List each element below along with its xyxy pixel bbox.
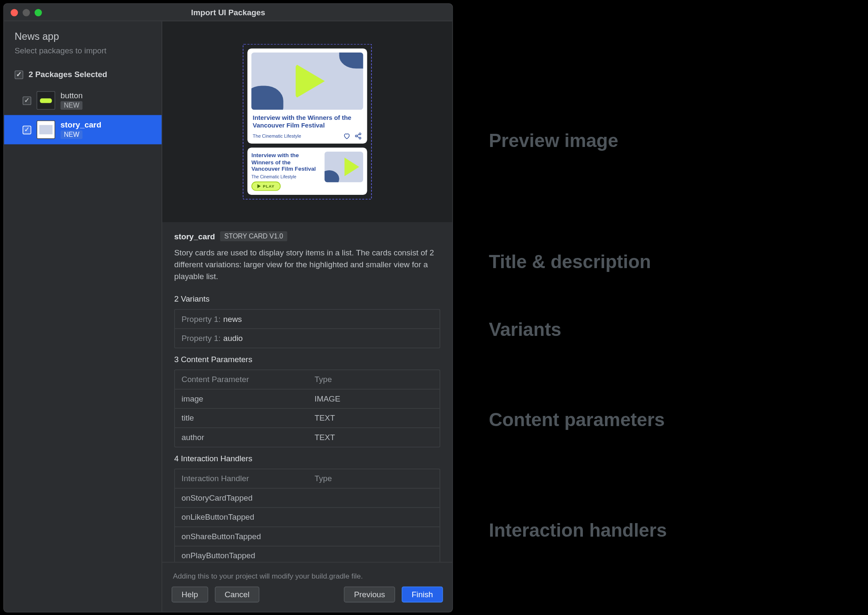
annotation-title-description: Title & description [489,251,651,272]
detail-name: story_card [174,232,215,241]
handlers-table: Interaction Handler Type onStoryCardTapp… [174,469,440,562]
table-row: onPlayButtonTapped [175,546,440,562]
table-row: imageIMAGE [175,389,440,408]
hero-image [251,53,363,110]
details-panel: story_card STORY CARD V1.0 Story cards a… [162,222,452,562]
table-header: Content Parameter Type [175,370,440,389]
share-icon [355,132,362,139]
footer-note: Adding this to your project will modify … [172,569,443,580]
card-author: The Cinematic Lifestyle [251,174,320,179]
package-name: button [61,91,83,100]
content-params-table: Content Parameter Type imageIMAGE titleT… [174,370,440,448]
select-all-row[interactable]: 2 Packages Selected [4,67,161,86]
preview-area: Interview with the Winners of the Vancou… [162,21,452,222]
card-title: Interview with the Winners of the Vancou… [251,152,320,173]
content-params-heading: 3 Content Parameters [174,355,440,364]
package-checkbox[interactable] [22,125,31,134]
detail-description: Story cards are used to display story it… [174,247,440,283]
story-card-small-preview: Interview with the Winners of the Vancou… [247,147,367,194]
play-button: PLAY [251,181,280,191]
select-all-checkbox[interactable] [15,70,23,79]
table-row: Property 1:audio [175,329,440,348]
play-icon [296,64,325,99]
new-badge: NEW [61,130,83,139]
card-title: Interview with the Winners of the Vancou… [253,114,362,130]
main-panel: Interview with the Winners of the Vancou… [162,21,452,612]
table-row: onLikeButtonTapped [175,507,440,527]
project-subtitle: Select packages to import [4,46,161,67]
play-icon [258,184,261,188]
sidebar-item-button[interactable]: button NEW [4,86,161,115]
annotation-variants: Variants [489,319,561,341]
sidebar: News app Select packages to import 2 Pac… [4,21,162,612]
zoom-icon[interactable] [35,8,42,16]
package-thumbnail [36,120,55,139]
table-row: onShareButtonTapped [175,526,440,546]
table-row: titleTEXT [175,408,440,428]
minimize-icon [22,8,30,16]
thumbnail-image [324,152,363,182]
table-row: authorTEXT [175,428,440,447]
table-row: onStoryCardTapped [175,488,440,507]
annotation-preview-image: Preview image [489,130,618,152]
new-badge: NEW [61,101,83,109]
sidebar-item-story-card[interactable]: story_card NEW [4,115,161,144]
table-header: Interaction Handler Type [175,469,440,488]
window-titlebar[interactable]: Import UI Packages [4,4,452,21]
play-label: PLAY [263,184,275,188]
previous-button[interactable]: Previous [344,587,395,603]
dialog-footer: Adding this to your project will modify … [162,562,452,612]
table-row: Property 1:news [175,310,440,329]
annotation-content-parameters: Content parameters [489,410,665,431]
project-title: News app [4,30,161,46]
handlers-heading: 4 Interaction Handlers [174,454,440,463]
package-name: story_card [61,121,101,129]
close-icon[interactable] [11,8,18,16]
heart-icon [343,132,350,139]
preview-frame: Interview with the Winners of the Vancou… [243,44,372,199]
annotation-interaction-handlers: Interaction handlers [489,520,667,541]
selected-count-label: 2 Packages Selected [29,70,107,79]
finish-button[interactable]: Finish [402,587,443,603]
story-card-large-preview: Interview with the Winners of the Vancou… [247,49,367,144]
help-button[interactable]: Help [172,587,208,603]
version-badge: STORY CARD V1.0 [220,231,287,241]
window-title: Import UI Packages [191,8,265,17]
cancel-button[interactable]: Cancel [215,587,260,603]
variants-table: Property 1:news Property 1:audio [174,309,440,349]
card-author: The Cinematic Lifestyle [253,133,301,138]
package-checkbox[interactable] [22,96,31,105]
import-dialog: Import UI Packages News app Select packa… [3,3,453,612]
package-thumbnail [36,91,55,110]
variants-heading: 2 Variants [174,295,440,304]
